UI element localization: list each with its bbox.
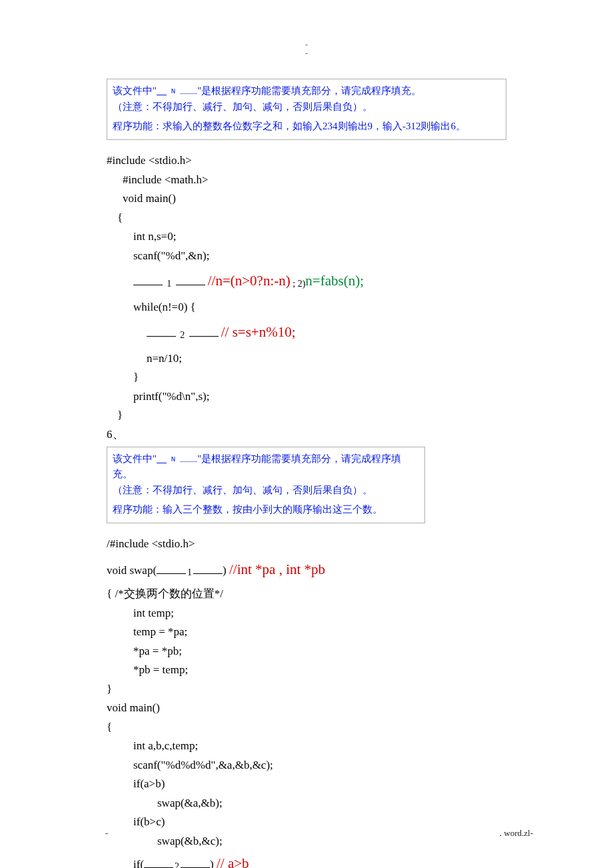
- blank-underscore: [181, 857, 210, 868]
- problem-box-2: 该文件中" N ____"是根据程序功能需要填充部分，请完成程序填充。 （注意：…: [107, 447, 425, 523]
- blank-underscore: [176, 275, 205, 285]
- top-dash-2: -: [107, 49, 506, 57]
- c2-05: temp = *pa;: [107, 623, 506, 641]
- box1-l1a: 该文件中": [113, 85, 157, 96]
- answer-1b: n=fabs(n);: [305, 273, 364, 289]
- blank-underscore: [144, 857, 173, 868]
- box1-line3: 程序功能：求输入的整数各位数字之和，如输入234则输出9，输入-312则输出6。: [113, 119, 500, 134]
- box2-line3: 程序功能：输入三个整数，按由小到大的顺序输出这三个数。: [113, 502, 419, 517]
- c2-17a: if(: [133, 858, 144, 868]
- c1-10: n=n/10;: [107, 350, 506, 367]
- answer-1a: //n=(n>0?n:-n): [208, 273, 291, 289]
- c2-17b: ): [210, 858, 214, 868]
- blank-underscore: [133, 275, 163, 285]
- c1-blank1-line: 1 //n=(n>0?n:-n) ; 2)n=fabs(n);: [107, 271, 506, 292]
- c2-08: }: [107, 681, 506, 698]
- box2-line1: 该文件中" N ____"是根据程序功能需要填充部分，请完成程序填充。: [113, 451, 419, 483]
- c2-14: swap(&a,&b);: [107, 795, 506, 812]
- page-footer: - . word.zl-: [105, 828, 533, 839]
- c1-04: {: [107, 209, 506, 227]
- code-block-2: /#include <stdio.h> void swap(1) //int *…: [107, 535, 506, 868]
- box2-blank-left: [157, 453, 167, 464]
- blank1-num: 1: [165, 279, 173, 289]
- c2-03: { /*交换两个数的位置*/: [107, 585, 506, 603]
- box2-l1a: 该文件中": [113, 453, 157, 464]
- box1-blank-left: [157, 85, 167, 96]
- c2-02-line: void swap(1) //int *pa , int *pb: [107, 559, 506, 581]
- c1-02: #include <math.h>: [107, 171, 506, 189]
- blank-underscore: [157, 563, 186, 573]
- c1-01: #include <stdio.h>: [107, 152, 506, 169]
- top-dash-1: -: [107, 40, 506, 49]
- box1-l1c: "是根据程序功能需要填充部分，请完成程序填充。: [197, 85, 421, 96]
- blank-underscore: [189, 326, 219, 337]
- separator-6: 6、: [107, 426, 506, 443]
- c2-answer1: //int *pa , int *pb: [229, 561, 325, 577]
- c1-13: }: [107, 407, 506, 424]
- c2-b2num: 2: [173, 861, 181, 868]
- c2-13: if(a>b): [107, 775, 506, 793]
- c1-12: printf("%d\n",s);: [107, 388, 506, 405]
- c2-b1num: 1: [186, 567, 193, 577]
- box1-line1: 该文件中" N ____"是根据程序功能需要填充部分，请完成程序填充。: [113, 83, 500, 99]
- page-content: - - 该文件中" N ____"是根据程序功能需要填充部分，请完成程序填充。 …: [0, 0, 613, 868]
- c1-06: scanf("%d",&n);: [107, 247, 506, 265]
- c2-answer2: // a>b: [217, 855, 249, 868]
- c1-05: int n,s=0;: [107, 228, 506, 245]
- c2-10: {: [107, 719, 506, 736]
- footer-right: . word.zl-: [500, 828, 533, 839]
- c2-02b: ): [223, 564, 227, 577]
- c2-06: *pa = *pb;: [107, 643, 506, 660]
- c2-07: *pb = temp;: [107, 661, 506, 679]
- box2-line2: （注意：不得加行、减行、加句、减句，否则后果自负）。: [113, 483, 419, 498]
- c2-04: int temp;: [107, 605, 506, 622]
- c2-09: void main(): [107, 699, 506, 717]
- box2-n: N ____: [167, 455, 197, 463]
- c1-08: while(n!=0) {: [107, 299, 506, 316]
- c2-11: int a,b,c,temp;: [107, 737, 506, 755]
- box1-line2: （注意：不得加行、减行、加句、减句，否则后果自负）。: [113, 99, 500, 115]
- box1-n: N ____: [167, 87, 197, 95]
- code-block-1: #include <stdio.h> #include <math.h> voi…: [107, 152, 506, 424]
- c1-blank2-line: 2 // s=s+n%10;: [107, 322, 506, 343]
- c2-01: /#include <stdio.h>: [107, 535, 506, 553]
- c1-11: }: [107, 369, 506, 386]
- answer-1mid: ; 2): [291, 279, 306, 289]
- blank2-num: 2: [179, 330, 186, 340]
- blank-underscore: [193, 563, 223, 573]
- c2-17-line: if(2) // a>b: [107, 853, 506, 868]
- footer-left: -: [105, 828, 108, 839]
- c2-12: scanf("%d%d%d",&a,&b,&c);: [107, 757, 506, 774]
- c2-02a: void swap(: [107, 564, 157, 577]
- blank-underscore: [147, 326, 176, 337]
- problem-box-1: 该文件中" N ____"是根据程序功能需要填充部分，请完成程序填充。 （注意：…: [107, 79, 506, 140]
- c1-03: void main(): [107, 190, 506, 207]
- answer-2: // s=s+n%10;: [221, 324, 296, 340]
